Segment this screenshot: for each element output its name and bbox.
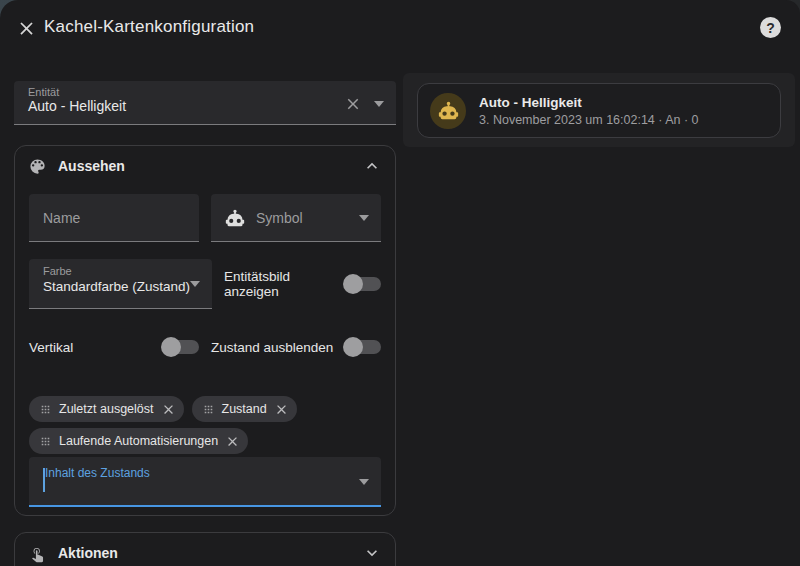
- chevron-down-icon[interactable]: [362, 543, 382, 563]
- color-select-value: Standardfarbe (Zustand): [43, 279, 200, 294]
- chip-state[interactable]: Zustand: [192, 396, 297, 422]
- chip-label: Laufende Automatisierungen: [59, 434, 218, 448]
- gesture-tap-icon: [28, 544, 47, 563]
- palette-icon: [28, 157, 47, 176]
- hide-state-toggle[interactable]: [343, 337, 381, 357]
- actions-panel-title: Aktionen: [58, 545, 351, 561]
- entity-picker[interactable]: Entität Auto - Helligkeit: [14, 81, 396, 125]
- appearance-panel-title: Aussehen: [58, 158, 351, 174]
- tile-card-preview[interactable]: Auto - Helligkeit 3. November 2023 um 16…: [417, 83, 781, 138]
- actions-panel-header[interactable]: Aktionen: [15, 533, 395, 566]
- chip-last-triggered[interactable]: Zuletzt ausgelöst: [29, 396, 184, 422]
- help-icon[interactable]: ?: [760, 17, 781, 38]
- name-field[interactable]: [29, 194, 199, 242]
- symbol-field[interactable]: Symbol: [211, 194, 381, 242]
- color-select[interactable]: Farbe Standardfarbe (Zustand): [29, 259, 212, 309]
- tile-card-subtitle: 3. November 2023 um 16:02:14 · An · 0: [479, 113, 699, 127]
- state-content-label: Inhalt des Zustands: [45, 466, 150, 480]
- entity-picker-label: Entität: [28, 86, 384, 98]
- symbol-placeholder: Symbol: [256, 210, 359, 226]
- state-content-select[interactable]: Inhalt des Zustands: [29, 457, 381, 507]
- color-select-label: Farbe: [43, 265, 200, 277]
- chip-running-automations[interactable]: Laufende Automatisierungen: [29, 428, 248, 454]
- vertical-label: Vertikal: [29, 340, 73, 355]
- name-input[interactable]: [43, 210, 187, 226]
- entity-picker-value: Auto - Helligkeit: [28, 98, 384, 114]
- drag-handle-icon: [39, 435, 52, 448]
- chevron-down-icon[interactable]: [359, 215, 369, 221]
- appearance-panel-header[interactable]: Aussehen: [15, 146, 395, 186]
- vertical-toggle[interactable]: [161, 337, 199, 357]
- chip-label: Zustand: [222, 402, 267, 416]
- remove-chip-icon: [274, 402, 289, 417]
- state-content-chips: Zuletzt ausgelöst Zustand Laufende Autom…: [29, 396, 381, 454]
- show-entity-picture-label: Entitätsbild anzeigen: [224, 269, 343, 299]
- card-preview-panel: Auto - Helligkeit 3. November 2023 um 16…: [403, 73, 795, 147]
- chevron-down-icon[interactable]: [359, 479, 369, 485]
- tile-card-text: Auto - Helligkeit 3. November 2023 um 16…: [479, 95, 699, 127]
- tile-card-config-dialog: Kachel-Kartenkonfiguration ? Entität Aut…: [0, 0, 800, 566]
- dialog-title: Kachel-Kartenkonfiguration: [44, 17, 254, 37]
- remove-chip-icon: [161, 402, 176, 417]
- remove-chip-icon: [225, 434, 240, 449]
- actions-panel: Aktionen: [14, 532, 396, 566]
- drag-handle-icon: [39, 403, 52, 416]
- chevron-down-icon[interactable]: [374, 101, 384, 107]
- tile-card-title: Auto - Helligkeit: [479, 95, 699, 110]
- robot-icon: [225, 208, 256, 228]
- appearance-panel: Aussehen Symbol: [14, 145, 396, 516]
- drag-handle-icon: [202, 403, 215, 416]
- close-icon[interactable]: [14, 16, 38, 40]
- hide-state-label: Zustand ausblenden: [211, 340, 333, 355]
- robot-icon[interactable]: [430, 93, 466, 129]
- dialog-header: Kachel-Kartenkonfiguration ?: [0, 0, 800, 56]
- chevron-up-icon[interactable]: [362, 156, 382, 176]
- chevron-down-icon[interactable]: [190, 281, 200, 287]
- chip-label: Zuletzt ausgelöst: [59, 402, 154, 416]
- clear-icon[interactable]: [344, 95, 362, 113]
- show-entity-picture-toggle[interactable]: [343, 274, 381, 294]
